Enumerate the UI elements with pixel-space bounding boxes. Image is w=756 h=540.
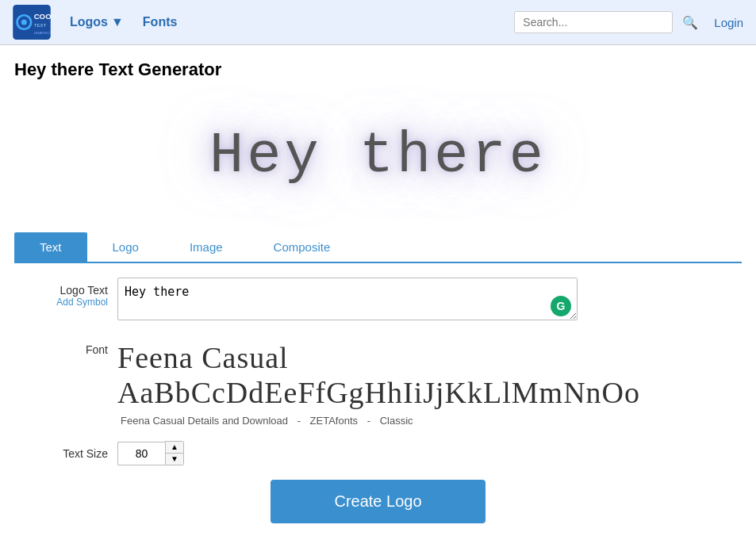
form-area: Logo Text Add Symbol G Font Feena Casual… [14,263,742,539]
tab-text[interactable]: Text [14,232,87,262]
text-size-spinner: ▲ ▼ [165,441,184,465]
nav-fonts-link[interactable]: Fonts [143,15,178,29]
svg-point-2 [21,19,27,25]
text-size-row: Text Size ▲ ▼ [14,441,742,465]
tab-composite[interactable]: Composite [248,232,356,262]
main-content: Hey there Text Generator Hey there Text … [0,45,756,539]
create-logo-row: Create Logo [14,480,742,539]
site-logo[interactable]: COOL TEXT GRAPHICS [13,5,51,40]
tabs-bar: Text Logo Image Composite [14,232,742,263]
header: COOL TEXT GRAPHICS Logos ▼ Fonts 🔍 Login [0,0,756,45]
font-link-zeta[interactable]: ZETAfonts [307,415,364,427]
logo-text-input-wrap: G [117,278,578,323]
font-row: Font Feena Casual AaBbCcDdEeFfGgHhIiJjKk… [14,337,742,427]
search-input[interactable] [514,11,673,33]
logo-text-label-group: Logo Text Add Symbol [14,278,117,308]
preview-text: Hey there [209,124,547,189]
create-logo-button[interactable]: Create Logo [271,480,485,523]
search-button[interactable]: 🔍 [679,12,701,33]
font-link-classic[interactable]: Classic [377,415,416,427]
nav-logos-arrow-icon: ▼ [111,15,124,29]
spinner-up-button[interactable]: ▲ [166,442,183,454]
logo-text-row: Logo Text Add Symbol G [14,278,742,323]
login-link[interactable]: Login [714,16,743,29]
svg-text:GRAPHICS: GRAPHICS [34,31,51,35]
font-label: Font [14,337,117,356]
font-links: Feena Casual Details and Download - ZETA… [117,415,742,427]
spinner-down-button[interactable]: ▼ [166,454,183,465]
text-size-input[interactable] [117,442,165,465]
cooltext-logo-icon: COOL TEXT GRAPHICS [13,5,51,40]
page-title: Hey there Text Generator [14,59,742,80]
add-symbol-link[interactable]: Add Symbol [14,297,108,308]
font-sep-2: - [367,415,370,427]
svg-text:COOL: COOL [34,12,51,21]
font-display-area: Feena Casual AaBbCcDdEeFfGgHhIiJjKkLlMmN… [117,337,742,427]
nav-logos-link[interactable]: Logos ▼ [70,15,124,29]
nav-logos-label: Logos [70,15,108,29]
font-display-text[interactable]: Feena Casual AaBbCcDdEeFfGgHhIiJjKkLlMmN… [117,337,742,410]
logo-text-label: Logo Text [60,284,108,297]
preview-area: Hey there [14,93,742,220]
text-size-control: ▲ ▼ [117,441,184,465]
search-icon: 🔍 [682,16,698,29]
grammarly-icon[interactable]: G [551,296,571,316]
search-area: 🔍 Login [514,11,743,33]
logo-text-input[interactable] [117,278,578,320]
tab-logo[interactable]: Logo [87,232,164,262]
font-detail-link[interactable]: Feena Casual Details and Download [117,415,294,427]
nav-fonts-label: Fonts [143,15,178,29]
svg-text:TEXT: TEXT [34,22,47,28]
text-size-label: Text Size [14,441,117,460]
tab-image[interactable]: Image [164,232,248,262]
font-sep-1: - [297,415,301,427]
